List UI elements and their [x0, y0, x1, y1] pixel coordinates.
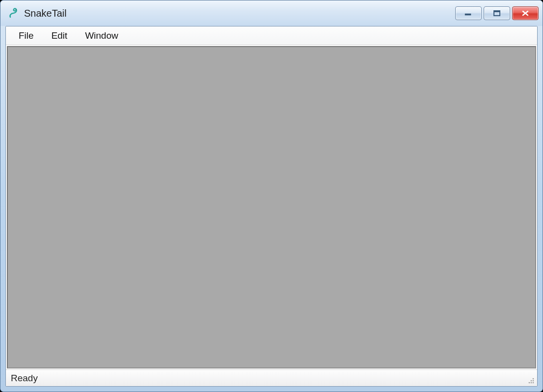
resize-grip-icon[interactable] — [526, 376, 535, 385]
svg-point-8 — [531, 382, 532, 384]
app-window: SnakeTail File Edit Window — [0, 0, 543, 392]
window-controls — [455, 6, 539, 20]
status-text: Ready — [11, 373, 38, 384]
statusbar: Ready — [6, 369, 537, 386]
minimize-button[interactable] — [455, 6, 482, 20]
window-client: File Edit Window Ready — [5, 26, 538, 387]
svg-rect-1 — [465, 14, 471, 15]
close-button[interactable] — [512, 6, 539, 20]
svg-rect-3 — [494, 11, 500, 12]
svg-point-5 — [531, 380, 532, 382]
svg-point-6 — [533, 380, 534, 382]
titlebar[interactable]: SnakeTail — [0, 0, 543, 26]
menu-file[interactable]: File — [10, 26, 43, 45]
mdi-client-area — [7, 46, 536, 368]
svg-point-7 — [529, 382, 530, 384]
svg-point-4 — [533, 378, 534, 380]
svg-point-9 — [533, 382, 534, 384]
app-title: SnakeTail — [24, 8, 455, 19]
minimize-icon — [465, 10, 472, 16]
menu-window[interactable]: Window — [76, 26, 127, 45]
menu-edit[interactable]: Edit — [43, 26, 77, 45]
app-icon — [7, 7, 19, 19]
maximize-icon — [493, 10, 501, 17]
maximize-button[interactable] — [484, 6, 510, 20]
svg-point-0 — [16, 9, 17, 10]
close-icon — [521, 10, 529, 17]
menubar: File Edit Window — [6, 26, 537, 45]
